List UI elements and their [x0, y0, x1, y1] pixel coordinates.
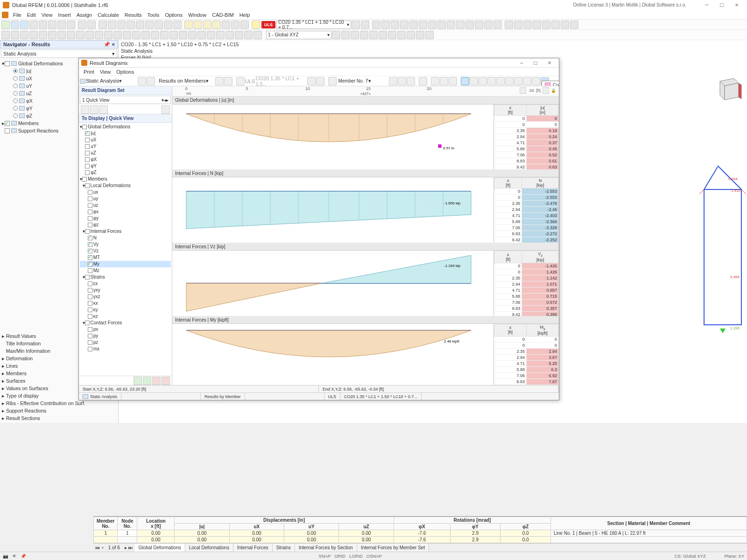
rd-menu-view[interactable]: View — [97, 69, 114, 75]
rd-prev-icon[interactable] — [138, 77, 146, 85]
tb-icon[interactable] — [570, 21, 578, 29]
tb-icon[interactable] — [493, 21, 502, 29]
menu-options[interactable]: Options — [162, 12, 185, 18]
tb-icon[interactable] — [360, 31, 368, 39]
tb-icon[interactable] — [240, 21, 249, 29]
tb-icon[interactable] — [222, 21, 230, 29]
tb-icon[interactable] — [179, 31, 187, 39]
status-eye-icon[interactable]: 👁 — [12, 553, 17, 559]
tb-icon[interactable] — [155, 21, 163, 29]
tb-new-icon[interactable] — [1, 21, 10, 29]
tb-icon[interactable] — [113, 31, 122, 39]
rd-btn-delete-icon[interactable] — [162, 105, 170, 114]
view-cube[interactable] — [712, 72, 744, 106]
status-lgrid[interactable]: LGRID — [349, 553, 363, 559]
tb-icon[interactable] — [203, 21, 211, 29]
dd-consecutive[interactable]: Consecutive — [542, 81, 559, 86]
tb-icon[interactable] — [372, 21, 381, 29]
ruler-left-icon[interactable] — [520, 87, 526, 94]
tb-icon[interactable] — [57, 21, 66, 29]
rd-menu-options[interactable]: Options — [113, 69, 137, 75]
tb-icon[interactable] — [505, 21, 513, 29]
tb-icon[interactable] — [136, 21, 144, 29]
tb-icon[interactable] — [197, 31, 206, 39]
tb-icon[interactable] — [108, 21, 116, 29]
rd-icon[interactable] — [514, 77, 522, 85]
gcs-combo[interactable]: 1 - Global XYZ▾ — [266, 31, 331, 39]
rd-next-icon[interactable] — [147, 77, 155, 85]
rd-icon[interactable] — [505, 77, 514, 85]
tb-icon[interactable] — [29, 21, 38, 29]
tb-icon[interactable] — [20, 31, 28, 39]
rd-btn-icon[interactable] — [90, 105, 99, 114]
tb-icon[interactable] — [551, 21, 560, 29]
rd-footer-icon[interactable] — [143, 377, 151, 385]
tb-save-icon[interactable] — [20, 21, 28, 29]
rd-prev2-icon[interactable] — [215, 77, 224, 85]
tb-icon[interactable] — [95, 31, 103, 39]
rd-icon[interactable] — [532, 77, 540, 85]
tb-undo-icon[interactable] — [78, 21, 86, 29]
tb-icon[interactable] — [254, 31, 262, 39]
tb-icon[interactable] — [127, 21, 135, 29]
tb-icon[interactable] — [447, 21, 455, 29]
rd-results-on-combo[interactable]: Results on Members▾ — [159, 78, 215, 84]
tb-icon[interactable] — [145, 21, 154, 29]
tb-icon[interactable] — [1, 31, 10, 39]
tb-icon[interactable] — [39, 21, 47, 29]
tb-icon[interactable] — [381, 21, 390, 29]
rd-btn-icon[interactable] — [81, 105, 89, 114]
rd-load-combo[interactable]: CO20 1.35 * LC1 + 1.5... — [255, 76, 307, 86]
tb-icon[interactable] — [123, 31, 131, 39]
menu-assign[interactable]: Assign — [74, 12, 95, 18]
rd-icon[interactable] — [316, 77, 324, 85]
rd-icon[interactable] — [496, 77, 505, 85]
rd-footer-icon[interactable] — [162, 377, 170, 385]
load-combo[interactable]: CO20 1.35 * LC1 + 1.50 * LC10 + 0.7...▾ — [276, 21, 351, 29]
tb-icon[interactable] — [11, 31, 19, 39]
ruler-right-icon[interactable] — [543, 87, 549, 94]
tb-icon[interactable] — [369, 31, 378, 39]
rd-icon[interactable] — [523, 77, 531, 85]
rd-layout-icon[interactable] — [461, 77, 469, 85]
analysis-type-combo[interactable]: Static Analysis ▾ — [1, 49, 117, 58]
tb-icon[interactable] — [151, 31, 159, 39]
tb-open-icon[interactable] — [11, 21, 19, 29]
tb-icon[interactable] — [252, 21, 260, 29]
tb-icon[interactable] — [29, 31, 38, 39]
tb-icon[interactable] — [160, 31, 169, 39]
tb-icon[interactable] — [397, 31, 406, 39]
tb-icon[interactable] — [514, 21, 522, 29]
tb-icon[interactable] — [400, 21, 409, 29]
rd-zoom-in-icon[interactable] — [431, 77, 439, 85]
tb-prev-icon[interactable] — [352, 21, 360, 29]
tb-icon[interactable] — [231, 21, 240, 29]
tb-icon[interactable] — [216, 31, 225, 39]
tb-icon[interactable] — [437, 21, 446, 29]
tab-local-def[interactable]: Local Deformations — [185, 544, 233, 552]
tb-icon[interactable] — [465, 21, 474, 29]
tb-icon[interactable] — [391, 21, 399, 29]
tb-icon[interactable] — [388, 31, 396, 39]
tb-icon[interactable] — [207, 31, 215, 39]
rd-menu-print[interactable]: Print — [81, 69, 97, 75]
menu-window[interactable]: Window — [185, 12, 209, 18]
rd-titlebar[interactable]: Result Diagrams − □ × — [79, 58, 559, 68]
tb-icon[interactable] — [212, 21, 221, 29]
tb-icon[interactable] — [99, 21, 107, 29]
tb-icon[interactable] — [379, 31, 387, 39]
status-pin-icon[interactable]: 📌 — [21, 553, 26, 559]
tab-if-memberset[interactable]: Internal Forces by Member Set — [357, 544, 429, 552]
rd-icon[interactable] — [328, 77, 337, 85]
navigator-close-icon[interactable]: × — [112, 42, 115, 47]
menu-calculate[interactable]: Calculate — [95, 12, 122, 18]
tb-icon[interactable] — [164, 21, 172, 29]
menu-insert[interactable]: Insert — [55, 12, 74, 18]
tab-strains[interactable]: Strains — [273, 544, 295, 552]
tb-icon[interactable] — [76, 31, 85, 39]
tb-icon[interactable] — [226, 31, 234, 39]
rd-max[interactable]: □ — [529, 60, 543, 66]
status-osnap[interactable]: OSNAP — [366, 553, 382, 559]
tb-icon[interactable] — [542, 21, 550, 29]
tb-icon[interactable] — [39, 31, 47, 39]
